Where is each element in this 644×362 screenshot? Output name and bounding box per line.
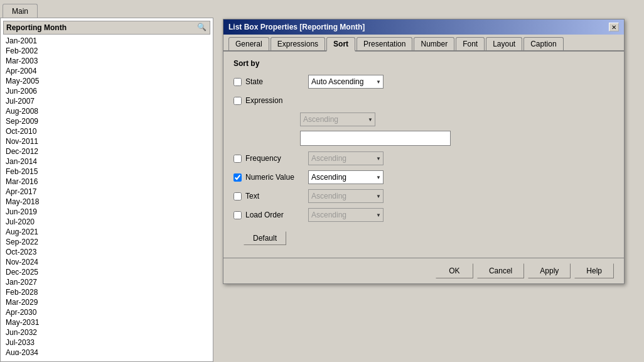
search-icon[interactable]: 🔍 — [197, 23, 207, 33]
list-item[interactable]: Mar-2016 — [3, 177, 210, 187]
list-item[interactable]: Jun-2019 — [3, 207, 210, 217]
sort-label-frequency: Frequency — [245, 154, 308, 163]
listbox-items[interactable]: Jan-2001Feb-2002Mar-2003Apr-2004May-2005… — [3, 36, 210, 355]
sort-checkbox-load_order[interactable] — [233, 211, 242, 219]
list-item[interactable]: Dec-2025 — [3, 267, 210, 277]
sort-select-load_order: AscendingDescending — [308, 208, 384, 222]
main-tab[interactable]: Main — [3, 4, 38, 18]
list-item[interactable]: Aug-2034 — [3, 348, 210, 355]
main-tab-bar: Main — [0, 0, 644, 18]
dialog-tab-font[interactable]: Font — [456, 37, 485, 50]
list-item[interactable]: Jun-2006 — [3, 86, 210, 96]
list-item[interactable]: Dec-2012 — [3, 146, 210, 156]
sort-label-expression: Expression — [245, 96, 308, 105]
dialog-tab-sort[interactable]: Sort — [326, 37, 355, 52]
list-item[interactable]: Sep-2009 — [3, 116, 210, 126]
list-item[interactable]: Nov-2011 — [3, 136, 210, 146]
list-item[interactable]: Oct-2023 — [3, 247, 210, 257]
list-item[interactable]: Feb-2028 — [3, 287, 210, 297]
sort-select-expression: AscendingDescending — [300, 112, 375, 126]
list-item[interactable]: Jul-2020 — [3, 217, 210, 227]
list-item[interactable]: Jun-2032 — [3, 327, 210, 337]
list-item[interactable]: Jan-2014 — [3, 156, 210, 167]
sort-select-state[interactable]: Auto AscendingAscendingDescending — [308, 75, 384, 89]
sort-checkbox-expression[interactable] — [233, 97, 242, 105]
help-button[interactable]: Help — [574, 263, 614, 278]
sort-checkbox-state[interactable] — [233, 78, 242, 86]
list-item[interactable]: Jan-2001 — [3, 36, 210, 46]
sort-row-text: TextAscendingDescending — [233, 189, 614, 204]
list-item[interactable]: Jul-2033 — [3, 337, 210, 348]
list-item[interactable]: Jan-2027 — [3, 277, 210, 287]
sort-select-frequency: AscendingDescending — [308, 151, 384, 165]
sort-row-state: StateAuto AscendingAscendingDescending — [233, 74, 614, 89]
sort-dropdown-wrapper-expression: AscendingDescending — [300, 112, 375, 126]
dialog-footer-inner: Default — [233, 226, 614, 250]
sort-row-load_order: Load OrderAscendingDescending — [233, 207, 614, 222]
dialog-actions: OK Cancel Apply Help — [223, 258, 624, 283]
list-item[interactable]: Sep-2022 — [3, 237, 210, 247]
default-button[interactable]: Default — [244, 231, 286, 245]
dialog-tab-caption[interactable]: Caption — [523, 37, 563, 50]
sort-by-label: Sort by — [233, 59, 614, 68]
list-item[interactable]: Apr-2004 — [3, 66, 210, 76]
dialog: List Box Properties [Reporting Month] ✕ … — [223, 19, 625, 284]
sort-dropdown-wrapper-numeric_value: AscendingDescending — [308, 170, 384, 184]
listbox-header: Reporting Month 🔍 — [3, 21, 210, 35]
list-item[interactable]: Feb-2015 — [3, 167, 210, 177]
list-item[interactable]: Mar-2029 — [3, 297, 210, 307]
main-window: Main Reporting Month 🔍 Jan-2001Feb-2002M… — [0, 0, 644, 362]
sort-select-text: AscendingDescending — [308, 189, 384, 203]
listbox-title: Reporting Month — [6, 23, 67, 32]
listbox-panel: Reporting Month 🔍 Jan-2001Feb-2002Mar-20… — [0, 18, 213, 362]
list-item[interactable]: Oct-2010 — [3, 126, 210, 136]
sort-label-numeric_value: Numeric Value — [245, 173, 308, 182]
sort-row-frequency: FrequencyAscendingDescending — [233, 151, 614, 166]
sort-select-numeric_value[interactable]: AscendingDescending — [308, 170, 384, 184]
sort-dropdown-wrapper-text: AscendingDescending — [308, 189, 384, 203]
sort-checkbox-frequency[interactable] — [233, 155, 242, 163]
dialog-tab-general[interactable]: General — [228, 37, 269, 50]
apply-button[interactable]: Apply — [528, 263, 571, 278]
sort-label-text: Text — [245, 192, 308, 200]
sort-row-numeric_value: Numeric ValueAscendingDescending — [233, 170, 614, 185]
dialog-tab-expressions[interactable]: Expressions — [271, 37, 325, 50]
expression-edit-row — [300, 131, 614, 146]
sort-label-state: State — [245, 77, 308, 86]
list-item[interactable]: Mar-2003 — [3, 56, 210, 66]
expression-edit-input[interactable] — [300, 131, 451, 146]
sort-checkbox-text[interactable] — [233, 192, 242, 200]
list-item[interactable]: May-2018 — [3, 197, 210, 207]
list-item[interactable]: Feb-2002 — [3, 46, 210, 56]
sort-row-expression: Expression — [233, 93, 614, 108]
dialog-tab-layout[interactable]: Layout — [486, 37, 522, 50]
list-item[interactable]: Apr-2017 — [3, 187, 210, 197]
dialog-tab-presentation[interactable]: Presentation — [357, 37, 412, 50]
sort-checkbox-numeric_value[interactable] — [233, 173, 242, 182]
cancel-button[interactable]: Cancel — [477, 263, 524, 278]
ok-button[interactable]: OK — [436, 263, 473, 278]
dialog-titlebar: List Box Properties [Reporting Month] ✕ — [223, 19, 624, 35]
list-item[interactable]: May-2031 — [3, 317, 210, 327]
dialog-tab-number[interactable]: Number — [414, 37, 454, 50]
dialog-title: List Box Properties [Reporting Month] — [228, 23, 365, 31]
list-item[interactable]: Aug-2021 — [3, 227, 210, 237]
sort-dropdown-wrapper-state: Auto AscendingAscendingDescending — [308, 75, 384, 89]
dialog-tabs: GeneralExpressionsSortPresentationNumber… — [223, 35, 624, 52]
list-item[interactable]: Aug-2008 — [3, 106, 210, 116]
list-item[interactable]: May-2005 — [3, 76, 210, 86]
list-item[interactable]: Apr-2030 — [3, 307, 210, 317]
sort-dropdown-wrapper-load_order: AscendingDescending — [308, 208, 384, 222]
dialog-body: Sort by StateAuto AscendingAscendingDesc… — [223, 52, 624, 258]
dialog-close-button[interactable]: ✕ — [609, 23, 619, 31]
sort-label-load_order: Load Order — [245, 211, 308, 219]
list-item[interactable]: Nov-2024 — [3, 257, 210, 267]
expression-dropdown-row: AscendingDescending — [233, 112, 614, 127]
sort-dropdown-wrapper-frequency: AscendingDescending — [308, 151, 384, 165]
list-item[interactable]: Jul-2007 — [3, 96, 210, 106]
